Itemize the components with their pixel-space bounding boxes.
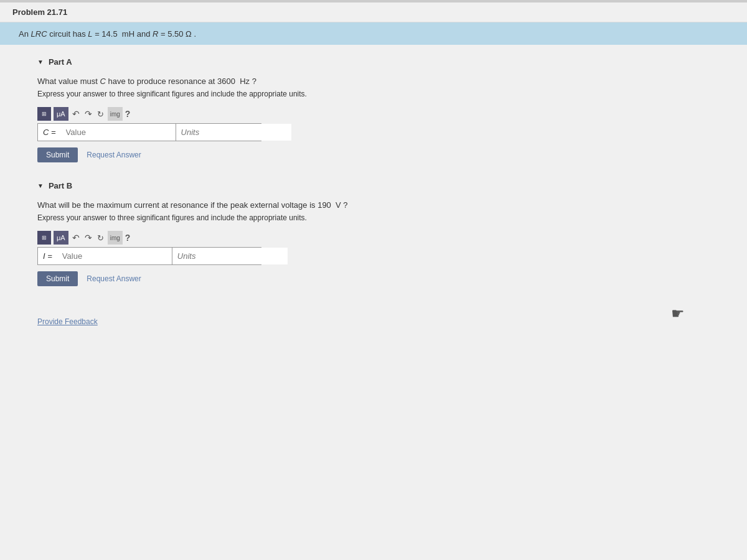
part-b-section: ▼ Part B What will be the maximum curren… [37, 181, 722, 286]
part-a-answer-label: C = [38, 124, 61, 141]
problem-title: Problem 21.71 [12, 7, 67, 17]
part-b-img-btn[interactable]: img [108, 231, 123, 245]
part-b-mu-btn[interactable]: μA [54, 231, 68, 245]
part-b-title: Part B [49, 181, 72, 190]
part-a-img-btn[interactable]: img [108, 107, 123, 121]
part-b-units-input[interactable] [172, 248, 288, 264]
part-b-refresh-btn[interactable]: ↻ [96, 233, 105, 243]
part-b-undo-btn[interactable]: ↶ [71, 233, 81, 243]
page-container: Problem 21.71 An LRC circuit has L = 14.… [0, 0, 747, 560]
part-b-header[interactable]: ▼ Part B [37, 181, 722, 190]
part-b-answer-row: I = [37, 247, 261, 265]
part-b-help-btn[interactable]: ? [125, 233, 131, 243]
part-a-header[interactable]: ▼ Part A [37, 57, 722, 67]
part-a-instruction: Express your answer to three significant… [37, 90, 722, 98]
part-a-redo-btn[interactable]: ↷ [83, 109, 93, 119]
content-area: ▼ Part A What value must C have to produ… [0, 45, 747, 339]
provide-feedback-link[interactable]: Provide Feedback [37, 317, 98, 326]
part-a-mu-btn[interactable]: μA [54, 107, 68, 121]
part-b-toolbar: ⊞ μA ↶ ↷ ↻ img ? [37, 231, 722, 245]
part-a-arrow[interactable]: ▼ [37, 58, 44, 65]
part-b-question: What will be the maximum current at reso… [37, 200, 722, 210]
circuit-description: An LRC circuit has L = 14.5 mH and R = 5… [19, 29, 196, 39]
part-a-refresh-btn[interactable]: ↻ [96, 110, 105, 119]
part-b-answer-label: I = [38, 248, 57, 264]
part-a-answer-row: C = [37, 123, 261, 141]
part-b-request-answer-link[interactable]: Request Answer [87, 274, 141, 283]
part-a-units-input[interactable] [176, 124, 291, 141]
problem-header: Problem 21.71 [0, 2, 747, 22]
part-b-instruction: Express your answer to three significant… [37, 213, 722, 222]
part-b-arrow[interactable]: ▼ [37, 182, 44, 189]
part-a-question: What value must C have to produce resona… [37, 77, 722, 86]
part-a-undo-btn[interactable]: ↶ [71, 109, 81, 119]
part-b-value-input[interactable] [57, 248, 172, 264]
part-b-button-row: Submit Request Answer [37, 271, 722, 286]
info-bar: An LRC circuit has L = 14.5 mH and R = 5… [0, 22, 747, 45]
part-a-help-btn[interactable]: ? [125, 109, 131, 119]
part-a-title: Part A [49, 57, 72, 67]
part-a-section: ▼ Part A What value must C have to produ… [37, 57, 722, 162]
part-b-redo-btn[interactable]: ↷ [83, 233, 93, 243]
part-a-submit-button[interactable]: Submit [37, 147, 78, 162]
part-b-matrix-btn[interactable]: ⊞ [37, 231, 51, 245]
cursor-hand-icon: ☛ [671, 305, 685, 322]
part-a-button-row: Submit Request Answer [37, 147, 722, 162]
part-a-value-input[interactable] [61, 124, 176, 141]
part-a-request-answer-link[interactable]: Request Answer [87, 151, 141, 159]
part-a-toolbar: ⊞ μA ↶ ↷ ↻ img ? [37, 107, 722, 121]
part-a-matrix-btn[interactable]: ⊞ [37, 107, 51, 121]
part-b-submit-button[interactable]: Submit [37, 271, 78, 286]
